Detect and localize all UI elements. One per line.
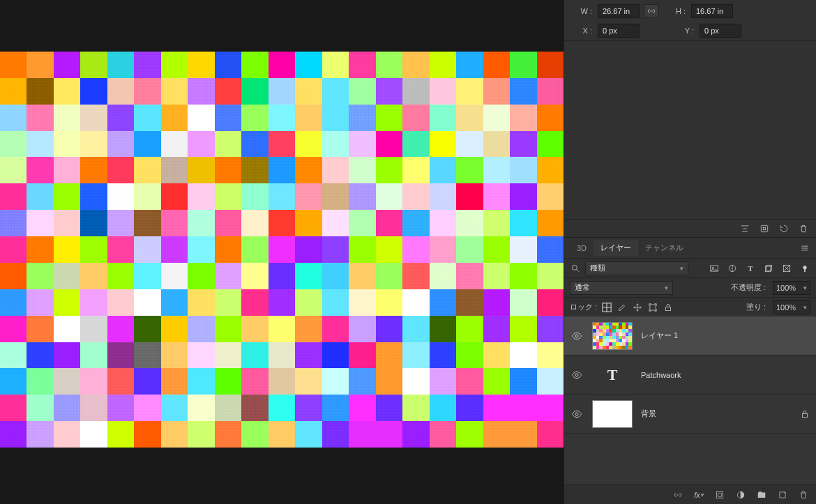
filter-smart-icon[interactable] (781, 263, 792, 274)
svg-point-14 (575, 335, 578, 337)
filter-adjust-icon[interactable] (727, 263, 738, 274)
width-input[interactable] (598, 4, 640, 18)
chevron-down-icon: ▾ (680, 265, 683, 272)
svg-point-2 (572, 265, 577, 270)
new-layer-icon[interactable] (777, 489, 788, 501)
lock-transparent-icon[interactable] (601, 302, 612, 313)
svg-rect-0 (761, 225, 767, 231)
lock-row: ロック : 塗り : 100%▾ (564, 297, 816, 316)
fill-label: 塗り : (746, 302, 766, 312)
visibility-toggle[interactable] (570, 408, 584, 420)
layers-footer: fx▾ (564, 484, 816, 504)
svg-point-16 (575, 413, 578, 415)
trash-icon[interactable] (798, 489, 809, 501)
svg-rect-13 (666, 307, 671, 310)
reset-icon[interactable] (778, 223, 789, 234)
y-label: Y : (672, 26, 695, 35)
chevron-down-icon: ▾ (665, 284, 668, 291)
link-layers-icon[interactable] (672, 489, 683, 501)
tab-3d[interactable]: 3D (570, 241, 594, 255)
canvas-viewport[interactable] (0, 0, 564, 504)
visibility-toggle[interactable] (570, 330, 584, 342)
link-wh-button[interactable] (644, 4, 659, 18)
height-label: H : (663, 7, 687, 15)
height-input[interactable] (691, 4, 733, 18)
tab-channels[interactable]: チャンネル (638, 240, 690, 256)
group-icon[interactable] (756, 489, 767, 501)
panel-tabs: 3D レイヤー チャンネル (564, 237, 816, 258)
patchwork-canvas (0, 52, 564, 448)
svg-point-19 (718, 493, 722, 497)
text-layer-icon: T (592, 366, 633, 384)
svg-rect-7 (765, 266, 771, 272)
width-label: W : (570, 7, 594, 15)
layers-list: レイヤー 1 T Patchwaork 背景 (564, 316, 816, 484)
layer-name: Patchwaork (641, 371, 681, 379)
lock-move-icon[interactable] (632, 302, 643, 313)
svg-rect-6 (766, 265, 772, 270)
filter-type-icon[interactable]: T (745, 263, 756, 274)
x-input[interactable] (598, 24, 640, 38)
chevron-down-icon: ▾ (803, 284, 807, 291)
filter-kind-label: 種類 (590, 263, 605, 273)
right-panel: W : H : X : Y : 3D レイヤー チャンネル (564, 0, 816, 504)
lock-all-icon[interactable] (663, 302, 674, 313)
layer-filter-row: 種類▾ T (564, 258, 816, 277)
svg-rect-1 (763, 227, 766, 230)
lock-brush-icon[interactable] (617, 302, 628, 313)
properties-footer (564, 219, 816, 237)
layer-item[interactable]: T Patchwaork (564, 356, 816, 395)
chevron-down-icon: ▾ (803, 304, 807, 311)
lock-label: ロック : (570, 302, 597, 312)
fill-input[interactable]: 100%▾ (773, 300, 810, 314)
filter-shape-icon[interactable] (763, 263, 774, 274)
mask-icon[interactable] (714, 489, 725, 501)
opacity-label: 不透明度 : (731, 282, 766, 293)
link-icon (646, 6, 657, 17)
layer-thumbnail (592, 322, 633, 350)
transform-section: W : H : X : Y : (564, 0, 816, 40)
visibility-toggle[interactable] (570, 369, 584, 381)
blend-mode-select[interactable]: 通常▾ (570, 281, 673, 295)
search-icon (570, 263, 581, 274)
layer-thumbnail (592, 400, 633, 428)
svg-rect-17 (803, 413, 808, 417)
filter-image-icon[interactable] (709, 263, 720, 274)
blend-row: 通常▾ 不透明度 : 100%▾ (564, 277, 816, 297)
adjustment-icon[interactable] (735, 489, 746, 501)
mask-rect-icon[interactable] (759, 223, 770, 234)
x-label: X : (570, 26, 594, 35)
layer-name: 背景 (641, 408, 656, 419)
layer-name: レイヤー 1 (641, 330, 678, 341)
tab-layers[interactable]: レイヤー (594, 240, 638, 256)
panel-menu-icon[interactable] (799, 243, 810, 254)
y-input[interactable] (700, 24, 741, 38)
svg-point-15 (575, 374, 578, 376)
layer-item[interactable]: 背景 (564, 395, 816, 434)
fx-icon[interactable]: fx▾ (693, 489, 704, 501)
lock-icon (799, 408, 810, 420)
svg-rect-10 (804, 268, 805, 271)
blend-mode-value: 通常 (575, 282, 590, 293)
layer-item[interactable]: レイヤー 1 (564, 316, 816, 356)
filter-toggle-icon[interactable] (799, 263, 810, 274)
filter-kind-select[interactable]: 種類▾ (585, 261, 688, 275)
svg-rect-12 (650, 304, 656, 310)
properties-empty-area (564, 40, 816, 219)
opacity-input[interactable]: 100%▾ (773, 281, 810, 295)
lock-artboard-icon[interactable] (647, 302, 658, 313)
trash-icon[interactable] (798, 223, 809, 234)
align-h-icon[interactable] (739, 223, 750, 234)
